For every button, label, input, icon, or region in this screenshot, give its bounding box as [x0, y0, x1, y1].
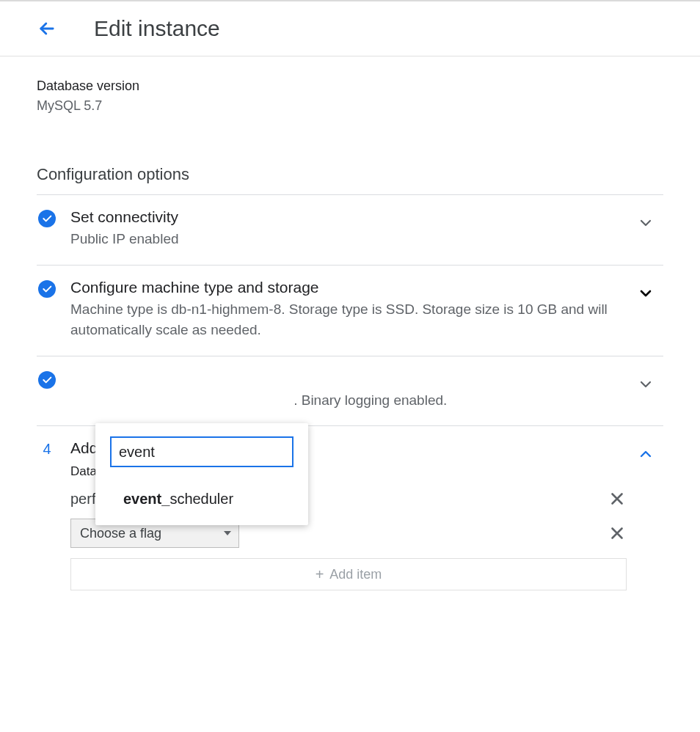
step-number: 4 — [38, 441, 56, 458]
autocomplete-option[interactable]: event_scheduler — [110, 491, 294, 508]
accordion-machine-type[interactable]: Configure machine type and storage Machi… — [37, 266, 663, 356]
accordion-subtitle: Public IP enabled — [70, 229, 627, 250]
check-circle-icon — [38, 280, 56, 298]
chevron-down-icon[interactable] — [637, 214, 655, 232]
add-item-button[interactable]: + Add item — [70, 558, 627, 590]
back-arrow-icon[interactable] — [37, 18, 57, 39]
accordion-title: Configure machine type and storage — [70, 279, 627, 296]
flag-search-input[interactable] — [119, 444, 305, 461]
accordion-subtitle: XXXXXXXXXXXXXXXXXXXXXXXX. Binary logging… — [70, 390, 627, 411]
remove-flag-icon[interactable] — [608, 524, 627, 543]
page-title: Edit instance — [94, 16, 220, 41]
chevron-up-icon[interactable] — [637, 445, 655, 463]
plus-icon: + — [316, 566, 324, 583]
accordion-title — [70, 370, 627, 387]
accordion-connectivity[interactable]: Set connectivity Public IP enabled — [37, 195, 663, 266]
accordion-title: Set connectivity — [70, 208, 627, 226]
chevron-down-icon[interactable] — [637, 285, 655, 302]
accordion-subtitle: Machine type is db-n1-highmem-8. Storage… — [70, 299, 627, 341]
db-version-label: Database version — [37, 78, 663, 94]
accordion-backup[interactable]: XXXXXXXXXXXXXXXXXXXXXXXX. Binary logging… — [37, 356, 663, 427]
config-options-heading: Configuration options — [37, 165, 663, 184]
check-circle-icon — [38, 371, 56, 389]
flag-search-input-wrap[interactable] — [110, 436, 294, 467]
db-version-value: MySQL 5.7 — [37, 98, 663, 114]
caret-down-icon — [224, 531, 231, 535]
chevron-down-icon[interactable] — [637, 376, 655, 393]
flag-autocomplete-panel: event_scheduler — [95, 423, 308, 525]
check-circle-icon — [38, 210, 56, 227]
remove-flag-icon[interactable] — [608, 489, 627, 508]
